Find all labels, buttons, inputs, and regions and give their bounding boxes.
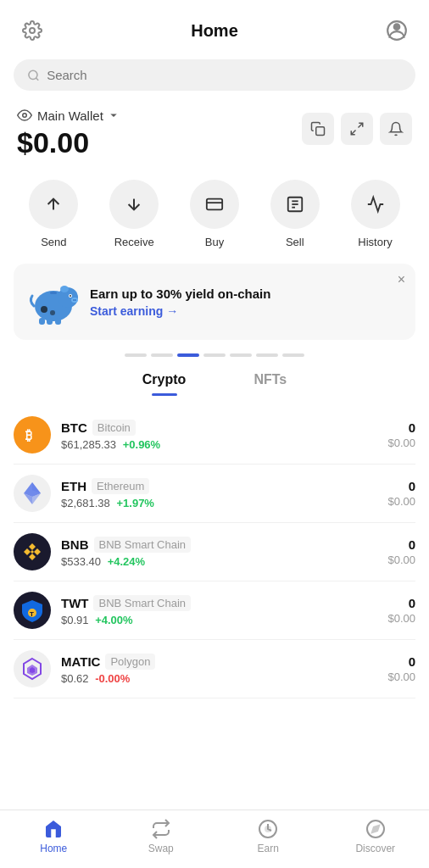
twt-balance: 0 $0.00 — [387, 596, 415, 625]
svg-point-24 — [75, 299, 76, 301]
sell-action[interactable]: Sell — [270, 180, 320, 248]
svg-line-4 — [36, 77, 39, 80]
copy-wallet-button[interactable] — [302, 113, 334, 145]
btc-usd: $0.00 — [387, 437, 415, 449]
tab-crypto[interactable]: Crypto — [109, 364, 220, 396]
header: Home — [0, 0, 429, 54]
crypto-item-matic[interactable]: MATIC Polygon $0.62 -0.00% 0 $0.00 — [14, 640, 415, 698]
svg-point-46 — [265, 826, 270, 832]
bnb-amount: 0 — [387, 537, 415, 552]
btc-balance: 0 $0.00 — [387, 420, 415, 449]
eth-balance: 0 $0.00 — [387, 479, 415, 508]
nav-discover[interactable]: Discover — [322, 819, 430, 854]
twt-info: TWT BNB Smart Chain $0.91 +4.00% — [61, 595, 387, 626]
buy-icon-circle — [190, 180, 239, 229]
svg-marker-40 — [29, 554, 36, 560]
eth-symbol: ETH — [61, 479, 86, 493]
nav-swap-label: Swap — [148, 843, 174, 854]
nav-earn-label: Earn — [258, 843, 279, 854]
crypto-item-eth[interactable]: ETH Ethereum $2,681.38 +1.97% 0 $0.00 — [14, 465, 415, 523]
actions-row: Send Receive Buy Sell — [0, 171, 429, 264]
crypto-list: ₿ BTC Bitcoin $61,285.33 +0.96% 0 $0.00 — [0, 406, 429, 698]
svg-point-1 — [393, 23, 401, 31]
wallet-label-row[interactable]: Main Wallet — [17, 108, 119, 123]
dot-4 — [203, 353, 226, 357]
svg-text:T: T — [30, 610, 34, 618]
btc-name: Bitcoin — [92, 420, 136, 436]
bottom-nav: Home Swap Earn Discover — [0, 810, 429, 868]
bnb-usd: $0.00 — [387, 554, 415, 566]
bnb-icon — [14, 533, 51, 570]
eth-usd: $0.00 — [387, 495, 415, 508]
buy-action[interactable]: Buy — [190, 180, 239, 248]
svg-point-0 — [30, 28, 35, 33]
banner-content: Earn up to 30% yield on-chain Start earn… — [90, 287, 270, 318]
receive-action[interactable]: Receive — [109, 180, 159, 248]
settings-button[interactable] — [17, 15, 47, 46]
svg-marker-48 — [372, 826, 379, 832]
svg-point-23 — [73, 299, 75, 301]
svg-line-8 — [351, 131, 355, 135]
twt-name: BNB Smart Chain — [93, 595, 191, 611]
nav-discover-label: Discover — [355, 843, 395, 854]
history-action[interactable]: History — [351, 180, 400, 248]
search-input[interactable] — [47, 68, 402, 82]
btc-change: +0.96% — [123, 438, 160, 451]
nav-home[interactable]: Home — [0, 819, 108, 854]
asset-tabs: Crypto NFTs — [0, 364, 429, 396]
expand-wallet-button[interactable] — [341, 113, 373, 145]
btc-symbol: BTC — [61, 420, 87, 435]
page-title: Home — [191, 21, 238, 41]
send-icon-circle — [29, 180, 78, 229]
svg-line-7 — [359, 123, 363, 127]
notifications-button[interactable] — [380, 113, 412, 145]
chevron-down-icon — [109, 110, 119, 120]
receive-label: Receive — [114, 236, 154, 248]
search-bar[interactable] — [14, 59, 415, 91]
wallet-name: Main Wallet — [37, 108, 103, 123]
svg-point-21 — [70, 295, 71, 297]
history-label: History — [358, 236, 392, 248]
svg-rect-11 — [207, 199, 222, 210]
dot-6 — [256, 353, 278, 357]
earn-banner: Earn up to 30% yield on-chain Start earn… — [14, 264, 415, 340]
sell-icon-circle — [270, 180, 320, 229]
svg-marker-37 — [24, 548, 31, 555]
crypto-item-twt[interactable]: T TWT BNB Smart Chain $0.91 +4.00% 0 $0.… — [14, 581, 415, 640]
tab-nfts[interactable]: NFTs — [220, 364, 320, 396]
matic-price: $0.62 -0.00% — [61, 672, 387, 685]
dot-2 — [151, 353, 173, 357]
wallet-balance: $0.00 — [17, 126, 119, 159]
matic-balance: 0 $0.00 — [387, 654, 415, 683]
eth-change: +1.97% — [116, 497, 153, 509]
send-action[interactable]: Send — [29, 180, 78, 248]
svg-point-5 — [23, 114, 27, 118]
twt-price: $0.91 +4.00% — [61, 614, 387, 626]
nav-swap[interactable]: Swap — [108, 819, 215, 854]
matic-usd: $0.00 — [387, 670, 415, 683]
eth-icon — [14, 475, 51, 512]
btc-info: BTC Bitcoin $61,285.33 +0.96% — [61, 420, 387, 451]
banner-illustration — [27, 275, 80, 328]
banner-close-button[interactable]: × — [398, 272, 405, 287]
twt-symbol: TWT — [61, 596, 88, 610]
crypto-item-btc[interactable]: ₿ BTC Bitcoin $61,285.33 +0.96% 0 $0.00 — [14, 406, 415, 465]
eth-amount: 0 — [387, 479, 415, 493]
profile-button[interactable] — [382, 15, 412, 46]
dot-1 — [125, 353, 147, 357]
svg-rect-6 — [316, 127, 325, 136]
svg-point-19 — [60, 286, 69, 292]
nav-earn[interactable]: Earn — [214, 819, 322, 854]
banner-link[interactable]: Start earning → — [90, 304, 270, 318]
dot-3 — [177, 353, 199, 357]
twt-amount: 0 — [387, 596, 415, 610]
crypto-item-bnb[interactable]: BNB BNB Smart Chain $533.40 +4.24% 0 $0.… — [14, 523, 415, 581]
svg-point-30 — [50, 310, 55, 315]
dot-7 — [282, 353, 304, 357]
matic-info: MATIC Polygon $0.62 -0.00% — [61, 654, 387, 685]
banner-title: Earn up to 30% yield on-chain — [90, 287, 270, 301]
svg-marker-38 — [31, 550, 34, 554]
svg-rect-28 — [55, 318, 61, 325]
bnb-price: $533.40 +4.24% — [61, 555, 387, 568]
eth-name: Ethereum — [92, 478, 149, 494]
